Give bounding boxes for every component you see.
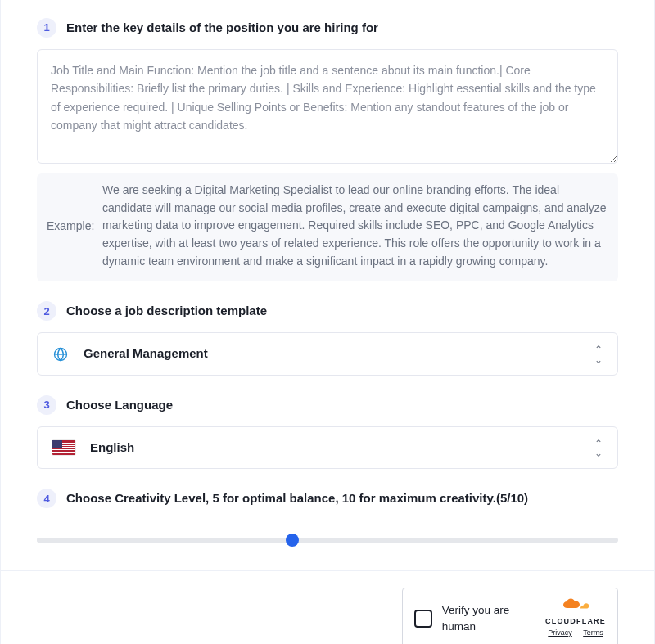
- captcha-widget: Verify you are human CLOUDFLARE Privacy …: [402, 588, 618, 644]
- flag-us-icon: [52, 440, 75, 455]
- captcha-links: Privacy · Terms: [545, 628, 606, 639]
- step-2-title: Choose a job description template: [66, 302, 267, 321]
- step-1-header: 1 Enter the key details of the position …: [37, 18, 618, 38]
- step-3-badge: 3: [37, 395, 56, 415]
- template-select[interactable]: General Management ⌃⌃: [37, 332, 618, 376]
- captcha-text: Verify you are human: [442, 602, 545, 636]
- captcha-brand: CLOUDFLARE Privacy · Terms: [545, 598, 606, 638]
- form-page: 1 Enter the key details of the position …: [0, 0, 655, 644]
- creativity-slider-wrap: [37, 520, 618, 547]
- captcha-terms-link[interactable]: Terms: [583, 628, 603, 637]
- cloud-icon: [561, 598, 590, 616]
- example-label: Example:: [40, 218, 96, 235]
- step-4-title: Choose Creativity Level, 5 for optimal b…: [66, 489, 528, 508]
- language-select-value: English: [90, 439, 580, 457]
- captcha-privacy-link[interactable]: Privacy: [548, 628, 572, 637]
- step-3-title: Choose Language: [66, 396, 173, 415]
- divider: [1, 570, 654, 571]
- example-text: We are seeking a Digital Marketing Speci…: [102, 182, 607, 270]
- creativity-slider-fill: [37, 538, 292, 543]
- creativity-slider[interactable]: [37, 538, 618, 543]
- form-footer: Verify you are human CLOUDFLARE Privacy …: [37, 588, 618, 644]
- step-4-header: 4 Choose Creativity Level, 5 for optimal…: [37, 489, 618, 508]
- language-select[interactable]: English ⌃⌃: [37, 426, 618, 470]
- globe-icon: [52, 346, 69, 363]
- captcha-left: Verify you are human: [414, 602, 545, 636]
- chevron-updown-icon: ⌃⌃: [594, 346, 603, 362]
- template-select-value: General Management: [84, 345, 580, 363]
- step-1-title: Enter the key details of the position yo…: [66, 19, 378, 38]
- step-1-badge: 1: [37, 18, 56, 38]
- cloudflare-wordmark: CLOUDFLARE: [545, 616, 606, 628]
- step-2-badge: 2: [37, 301, 56, 321]
- step-2-header: 2 Choose a job description template: [37, 301, 618, 321]
- chevron-updown-icon: ⌃⌃: [594, 440, 603, 456]
- captcha-checkbox[interactable]: [414, 610, 432, 628]
- captcha-link-sep: ·: [574, 628, 581, 637]
- cloudflare-logo: CLOUDFLARE: [545, 598, 606, 628]
- position-details-textarea[interactable]: [37, 49, 618, 164]
- step-3-header: 3 Choose Language: [37, 395, 618, 415]
- creativity-slider-thumb[interactable]: [286, 534, 299, 547]
- step-4-badge: 4: [37, 489, 56, 508]
- example-block: Example: We are seeking a Digital Market…: [37, 173, 618, 281]
